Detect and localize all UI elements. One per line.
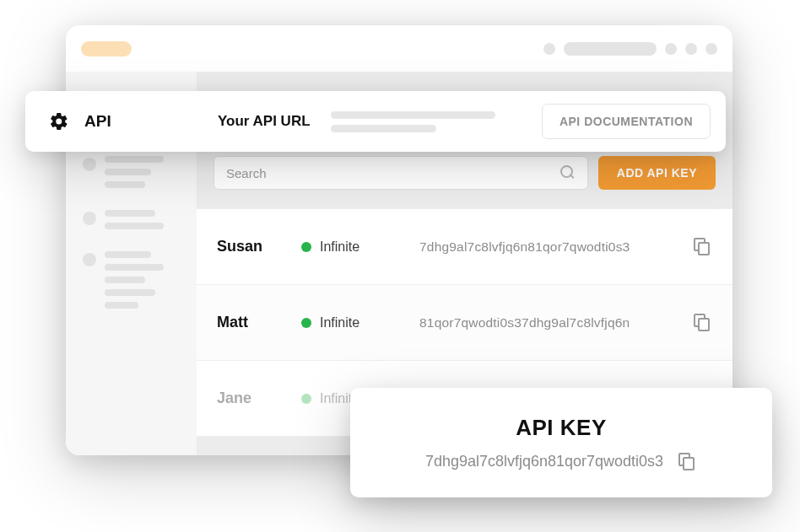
status-dot-icon (301, 242, 311, 252)
logo-placeholder (81, 41, 132, 56)
row-key: 81qor7qwodti0s37dhg9al7c8lvfjq6n (419, 315, 694, 330)
api-url-label: Your API URL (218, 113, 311, 130)
titlebar-dot (665, 43, 677, 55)
search-icon (560, 165, 576, 180)
titlebar-dot (543, 43, 555, 55)
api-key-popover: API KEY 7dhg9al7c8lvfjq6n81qor7qwodti0s3 (350, 388, 772, 497)
sidebar-item[interactable] (83, 156, 180, 188)
copy-icon[interactable] (694, 314, 712, 332)
page-title: API (84, 112, 203, 131)
status-dot-icon (301, 318, 311, 328)
api-documentation-button[interactable]: API DOCUMENTATION (542, 104, 711, 139)
status-text: Infinite (320, 239, 359, 255)
row-status: Infinite (301, 315, 419, 330)
api-key-value: 7dhg9al7c8lvfjq6n81qor7qwodti0s3 (425, 453, 663, 470)
search-input[interactable]: Search (214, 156, 588, 190)
row-name: Susan (217, 238, 301, 255)
row-name: Matt (217, 314, 301, 331)
row-key: 7dhg9al7c8lvfjq6n81qor7qwodti0s3 (419, 239, 694, 255)
api-documentation-label: API DOCUMENTATION (559, 115, 693, 128)
titlebar-bar (564, 42, 657, 56)
add-api-key-button[interactable]: ADD API KEY (598, 156, 716, 190)
sidebar-icon (83, 253, 96, 266)
row-status: Infinite (301, 239, 419, 255)
sidebar-icon (83, 158, 96, 171)
status-dot-icon (301, 394, 311, 404)
toolbar: Search ADD API KEY (197, 156, 732, 208)
copy-icon[interactable] (694, 238, 712, 256)
sidebar-icon (83, 212, 96, 225)
gear-icon (49, 111, 69, 132)
titlebar-dot (705, 43, 717, 55)
titlebar-dot (685, 43, 697, 55)
api-header-card: API Your API URL API DOCUMENTATION (25, 91, 726, 152)
copy-icon[interactable] (678, 453, 697, 471)
api-url-value-placeholder (331, 111, 527, 132)
window-titlebar (66, 25, 732, 72)
table-row: Matt Infinite 81qor7qwodti0s37dhg9al7c8l… (197, 284, 732, 360)
sidebar-item[interactable] (83, 251, 180, 309)
sidebar-item[interactable] (83, 210, 180, 229)
add-api-key-label: ADD API KEY (617, 166, 697, 180)
api-key-popover-title: API KEY (516, 415, 607, 441)
row-name: Jane (217, 390, 301, 407)
status-text: Infinite (320, 315, 359, 330)
search-placeholder: Search (226, 166, 560, 180)
table-row: Susan Infinite 7dhg9al7c8lvfjq6n81qor7qw… (197, 208, 732, 284)
